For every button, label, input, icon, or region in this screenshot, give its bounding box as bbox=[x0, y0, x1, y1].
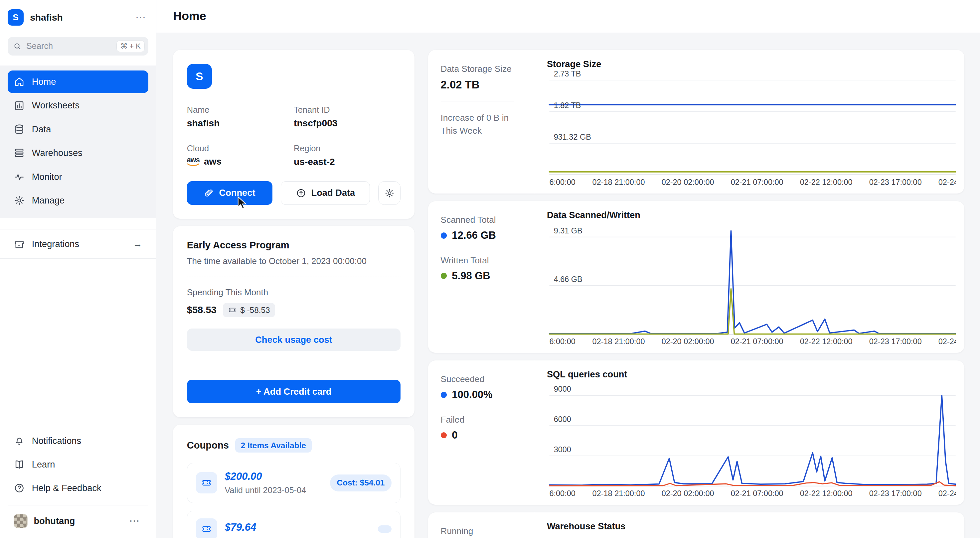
check-usage-cost-button[interactable]: Check usage cost bbox=[187, 329, 401, 351]
svg-text:1.82 TB: 1.82 TB bbox=[554, 101, 581, 110]
stat-label: Data Storage Size bbox=[441, 64, 526, 74]
sidebar-item-label: Warehouses bbox=[32, 148, 83, 158]
org-row: S shafish ⋯ bbox=[0, 0, 156, 32]
coupon-amount: $79.64 bbox=[224, 521, 370, 533]
tenant-grid: Name shafish Tenant ID tnscfp003 Cloud a… bbox=[187, 105, 401, 168]
divider bbox=[441, 101, 515, 102]
warehouse-chart-area: Warehouse Status bbox=[534, 513, 964, 538]
svg-text:6000: 6000 bbox=[554, 415, 571, 424]
stat-value: 0 bbox=[452, 429, 457, 441]
svg-text:02-23 17:00:00: 02-23 17:00:00 bbox=[869, 337, 922, 346]
svg-text:02-20 02:00:00: 02-20 02:00:00 bbox=[662, 178, 714, 187]
svg-text:931.32 GB: 931.32 GB bbox=[554, 133, 591, 141]
succeeded-dot bbox=[441, 392, 447, 398]
org-logo: S bbox=[8, 9, 24, 25]
sidebar-item-monitor[interactable]: Monitor bbox=[8, 166, 149, 188]
coupon-item[interactable]: $200.00 Valid until 2023-05-04 Cost: $54… bbox=[187, 463, 401, 503]
coupon-valid-until: Valid until 2023-05-04 bbox=[224, 486, 322, 495]
scanned-chart-area: Data Scanned/Written 9.31 GB4.66 GB6:00:… bbox=[534, 201, 964, 353]
right-column: Data Storage Size 2.02 TB Increase of 0 … bbox=[428, 50, 964, 538]
svg-text:02-22 12:00:00: 02-22 12:00:00 bbox=[800, 178, 853, 187]
tenant-settings-button[interactable] bbox=[378, 181, 401, 205]
sidebar-footer: Notifications Learn Help & Feedback bohu… bbox=[0, 429, 156, 538]
chart-title: SQL queries count bbox=[547, 369, 956, 380]
coupons-card: Coupons 2 Items Available $200.00 Valid … bbox=[173, 425, 414, 538]
arrow-right-icon: → bbox=[133, 238, 142, 249]
coupon-info: $79.64 bbox=[224, 521, 370, 536]
field-label: Tenant ID bbox=[294, 105, 401, 115]
early-access-subtitle: The time available to October 1, 2023 00… bbox=[187, 256, 401, 266]
app-root: S shafish ⋯ ⌘ + K Home Worksheets Data bbox=[0, 0, 980, 538]
coupon-info: $200.00 Valid until 2023-05-04 bbox=[224, 470, 322, 495]
add-credit-card-button[interactable]: + Add Credit card bbox=[187, 380, 401, 403]
data-scanned-written-chart: 9.31 GB4.66 GB6:00:0002-18 21:00:0002-20… bbox=[547, 222, 956, 348]
coupon-amount: $200.00 bbox=[224, 470, 322, 482]
search-box[interactable]: ⌘ + K bbox=[8, 37, 149, 56]
stat-value-row: 12.66 GB bbox=[441, 229, 526, 241]
field-value: aws bbox=[204, 156, 221, 167]
main-header: Home bbox=[156, 0, 980, 33]
field-value: us-east-2 bbox=[294, 156, 401, 167]
integrations-box-icon bbox=[14, 238, 25, 250]
user-more-button[interactable]: ⋯ bbox=[126, 514, 142, 527]
user-name: bohutang bbox=[33, 516, 120, 526]
load-data-button[interactable]: Load Data bbox=[281, 181, 370, 205]
coupon-cost-badge: Cost: $54.01 bbox=[330, 475, 391, 492]
ticket-icon bbox=[196, 518, 217, 538]
storage-chart-area: Storage Size 2.73 TB1.82 TB931.32 GB6:00… bbox=[534, 50, 964, 194]
chart-title: Warehouse Status bbox=[547, 521, 956, 532]
sidebar-item-label: Learn bbox=[32, 459, 55, 470]
spending-value: $58.53 bbox=[187, 305, 216, 316]
tenant-id-field: Tenant ID tnscfp003 bbox=[294, 105, 401, 129]
svg-text:02-21 07:00:00: 02-21 07:00:00 bbox=[731, 337, 783, 346]
user-row[interactable]: bohutang ⋯ bbox=[8, 510, 149, 533]
sidebar-item-label: Data bbox=[32, 124, 51, 135]
early-access-title: Early Access Program bbox=[187, 240, 401, 251]
stat-value: 2.02 TB bbox=[441, 78, 526, 91]
sidebar-item-worksheets[interactable]: Worksheets bbox=[8, 94, 149, 117]
divider bbox=[8, 505, 149, 505]
sidebar-item-notifications[interactable]: Notifications bbox=[8, 429, 149, 452]
sidebar-item-learn[interactable]: Learn bbox=[8, 452, 149, 476]
ticket-icon bbox=[196, 472, 217, 494]
svg-text:02-22 12:00:00: 02-22 12:00:00 bbox=[800, 337, 853, 346]
sidebar-item-manage[interactable]: Manage bbox=[8, 189, 149, 212]
home-icon bbox=[14, 76, 25, 87]
stat-value-row: 100.00% bbox=[441, 389, 526, 401]
stat-label: Running bbox=[441, 526, 526, 536]
chart-title: Storage Size bbox=[547, 59, 956, 70]
svg-text:6:00:00: 6:00:00 bbox=[549, 178, 575, 187]
stat-label: Failed bbox=[441, 415, 526, 425]
svg-text:2.73 TB: 2.73 TB bbox=[554, 70, 581, 78]
warehouse-status-panel: Running 0 Warehouse Status bbox=[428, 513, 964, 538]
coupon-item[interactable]: $79.64 bbox=[187, 511, 401, 538]
sidebar-item-label: Help & Feedback bbox=[32, 483, 102, 494]
svg-text:02-21 07:00:00: 02-21 07:00:00 bbox=[731, 489, 783, 498]
search-icon bbox=[13, 42, 22, 51]
sidebar-item-home[interactable]: Home bbox=[8, 70, 149, 93]
worksheets-icon bbox=[14, 100, 25, 111]
sidebar-nav: Home Worksheets Data Warehouses Monitor … bbox=[0, 65, 156, 218]
sidebar-item-warehouses[interactable]: Warehouses bbox=[8, 142, 149, 164]
coupons-header: Coupons 2 Items Available bbox=[187, 438, 401, 452]
sidebar-spacer bbox=[0, 259, 156, 429]
book-icon bbox=[14, 459, 25, 470]
org-more-button[interactable]: ⋯ bbox=[133, 11, 148, 24]
sidebar-item-data[interactable]: Data bbox=[8, 118, 149, 141]
sidebar-item-label: Monitor bbox=[32, 171, 62, 182]
svg-text:02-20 02:00:00: 02-20 02:00:00 bbox=[662, 337, 714, 346]
tenant-avatar: S bbox=[187, 64, 212, 89]
svg-text:02-23 17:00:00: 02-23 17:00:00 bbox=[869, 178, 922, 187]
storage-stats: Data Storage Size 2.02 TB Increase of 0 … bbox=[428, 50, 534, 194]
sidebar-item-integrations[interactable]: Integrations → bbox=[8, 232, 149, 256]
search-input[interactable] bbox=[26, 41, 112, 51]
tenant-region-field: Region us-east-2 bbox=[294, 144, 401, 167]
stat-value-row: 0 bbox=[441, 429, 526, 441]
paperclip-icon bbox=[204, 188, 214, 198]
early-access-card: Early Access Program The time available … bbox=[173, 226, 414, 417]
stat-label: Written Total bbox=[441, 256, 526, 266]
scanned-dot bbox=[441, 232, 447, 239]
sidebar-item-help-feedback[interactable]: Help & Feedback bbox=[8, 476, 149, 500]
connect-button[interactable]: Connect bbox=[187, 181, 273, 205]
svg-text:9000: 9000 bbox=[554, 385, 571, 394]
